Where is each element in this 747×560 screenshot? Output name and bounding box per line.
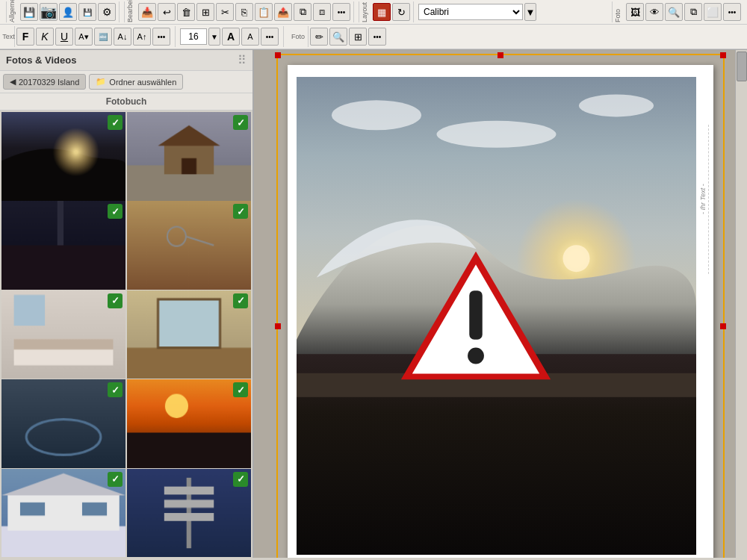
text-color-btn[interactable]: A▾ <box>75 28 93 46</box>
toolbar: Allgemein 💾 📷 👤 💾 ⚙ Bearbeiten 📥 ↩ 🗑 ⊞ ✂… <box>0 0 747 50</box>
layout-active-btn[interactable]: ▦ <box>373 3 391 21</box>
toolbar-section-foto-top: Foto 🖼 👁 🔍 ⧉ ⬜ ••• <box>609 1 744 22</box>
list-item[interactable]: ✓ <box>1 379 125 468</box>
list-item[interactable]: ✓ <box>1 112 125 201</box>
list-item[interactable]: ✓ <box>127 469 251 558</box>
divider <box>175 26 176 47</box>
scissors-btn[interactable]: ✂ <box>216 3 234 21</box>
save-button[interactable]: 💾 <box>20 3 38 21</box>
toolbar-bottom-row: Text F K U A▾ 🔤 A↓ A↑ ••• ▼ A A ••• Foto… <box>0 25 747 49</box>
settings-btn[interactable]: ⚙ <box>98 3 116 21</box>
large-A-btn[interactable]: A <box>222 28 240 46</box>
check-badge: ✓ <box>233 204 248 219</box>
foto-view-btn[interactable]: 👁 <box>645 3 663 21</box>
foto-edit-btn[interactable]: ✏ <box>310 28 328 46</box>
folder-icon: 📁 <box>96 77 106 87</box>
font-effects-btn[interactable]: 🔤 <box>94 28 112 46</box>
italic-btn[interactable]: K <box>36 28 54 46</box>
check-badge: ✓ <box>108 115 123 130</box>
scrollbar-thumb[interactable] <box>737 52 747 81</box>
handle-mr[interactable] <box>720 323 726 329</box>
foto-more-btn[interactable]: ••• <box>723 3 741 21</box>
font-size-up-btn[interactable]: A↑ <box>133 28 151 46</box>
grid-btn[interactable]: ⊞ <box>196 3 214 21</box>
photo-grid: ✓ ✓ ✓ ✓ ✓ <box>0 111 252 558</box>
paste-btn[interactable]: 📋 <box>255 3 273 21</box>
font-select[interactable]: Calibri <box>418 4 523 20</box>
check-badge: ✓ <box>108 382 123 397</box>
list-item[interactable]: ✓ <box>127 201 251 290</box>
font-size-input[interactable] <box>180 28 207 45</box>
underline-btn[interactable]: U <box>55 28 73 46</box>
divider2 <box>283 26 284 47</box>
main-area: Fotos & Videos ⠿ ◀ 20170329 Island 📁 Ord… <box>0 50 747 558</box>
toolbar-label-bearbeiten: Bearbeiten <box>124 1 135 22</box>
text-more-btn[interactable]: ••• <box>152 28 170 46</box>
folder-back-btn[interactable]: ◀ 20170329 Island <box>3 74 86 90</box>
list-item[interactable]: ✓ <box>1 290 125 379</box>
handle-tc[interactable] <box>498 52 503 58</box>
back-arrow-icon: ◀ <box>10 77 16 87</box>
handle-tr[interactable] <box>720 52 726 58</box>
person-btn[interactable]: 👤 <box>59 3 77 21</box>
layout2-btn[interactable]: ↻ <box>392 3 410 21</box>
list-item[interactable]: ✓ <box>1 469 125 558</box>
check-badge: ✓ <box>233 472 248 487</box>
font-section: Calibri ▼ <box>415 3 607 21</box>
foto-last-btn[interactable]: ••• <box>368 28 386 46</box>
check-badge: ✓ <box>108 293 123 308</box>
sidebar-drag-handle[interactable]: ⠿ <box>238 53 247 67</box>
text-placeholder[interactable]: - Ihr Text - <box>698 125 709 274</box>
foto-album-btn[interactable]: 🖼 <box>626 3 644 21</box>
folder-select-label: Ordner auswählen <box>109 78 176 87</box>
canvas-area: - Ihr Text - <box>254 50 747 558</box>
font-size-down-btn[interactable]: A↓ <box>114 28 131 46</box>
check-badge: ✓ <box>233 382 248 397</box>
check-badge: ✓ <box>108 204 123 219</box>
toolbar-section-allgemein: Allgemein 💾 📷 👤 💾 ⚙ <box>3 1 120 22</box>
toolbar-label-allgemein: Allgemein <box>6 1 17 22</box>
trash-btn[interactable]: 🗑 <box>177 3 195 21</box>
foto-grid-btn[interactable]: ⊞ <box>349 28 367 46</box>
more-bearbeiten-btn[interactable]: ••• <box>332 3 350 21</box>
undo-btn[interactable]: ↩ <box>158 3 176 21</box>
sidebar: Fotos & Videos ⠿ ◀ 20170329 Island 📁 Ord… <box>0 50 254 558</box>
font-dropdown-btn[interactable]: ▼ <box>524 3 536 21</box>
paste-page-btn[interactable]: ⧈ <box>313 3 331 21</box>
foto-frame-btn[interactable]: ⬜ <box>704 3 722 21</box>
main-photo-frame[interactable] <box>297 77 696 555</box>
foto-search-btn[interactable]: 🔍 <box>665 3 683 21</box>
toolbar-label-layout: Layout <box>359 1 370 22</box>
photo-btn[interactable]: 📷 <box>40 3 58 21</box>
list-item[interactable]: ✓ <box>127 112 251 201</box>
export-btn[interactable]: 📤 <box>274 3 292 21</box>
toolbar-label-foto: Foto <box>612 1 623 22</box>
handle-ml[interactable] <box>275 323 281 329</box>
copy-page-btn[interactable]: ⧉ <box>294 3 311 21</box>
text-extra-btn[interactable]: ••• <box>261 28 279 46</box>
list-item[interactable]: ✓ <box>127 290 251 379</box>
sidebar-title: Fotos & Videos <box>6 55 76 66</box>
list-item[interactable]: ✓ <box>1 201 125 290</box>
text-section-label: Text <box>3 26 15 47</box>
folder-back-label: 20170329 Island <box>19 78 79 87</box>
check-badge: ✓ <box>233 293 248 308</box>
copy-btn[interactable]: ⎘ <box>235 3 253 21</box>
import-btn[interactable]: 📥 <box>138 3 156 21</box>
folder-select-btn[interactable]: 📁 Ordner auswählen <box>89 74 183 90</box>
small-a-btn[interactable]: A <box>241 28 259 46</box>
foto-copy-btn[interactable]: ⧉ <box>684 3 702 21</box>
list-item[interactable]: ✓ <box>127 379 251 468</box>
vertical-scrollbar[interactable] <box>735 50 747 558</box>
folder-nav: ◀ 20170329 Island 📁 Ordner auswählen <box>0 71 252 93</box>
toolbar-top-row: Allgemein 💾 📷 👤 💾 ⚙ Bearbeiten 📥 ↩ 🗑 ⊞ ✂… <box>0 0 747 25</box>
bold-btn[interactable]: F <box>16 28 34 46</box>
handle-tl[interactable] <box>275 52 281 58</box>
font-size-dropdown-btn[interactable]: ▼ <box>208 28 220 46</box>
toolbar-section-bearbeiten: Bearbeiten 📥 ↩ 🗑 ⊞ ✂ ⎘ 📋 📤 ⧉ ⧈ ••• <box>121 1 354 22</box>
save2-btn[interactable]: 💾 <box>78 3 96 21</box>
foto-magnify-btn[interactable]: 🔍 <box>329 28 347 46</box>
page-wrapper: - Ihr Text - <box>288 65 713 558</box>
check-badge: ✓ <box>233 115 248 130</box>
sidebar-header: Fotos & Videos ⠿ <box>0 50 252 71</box>
